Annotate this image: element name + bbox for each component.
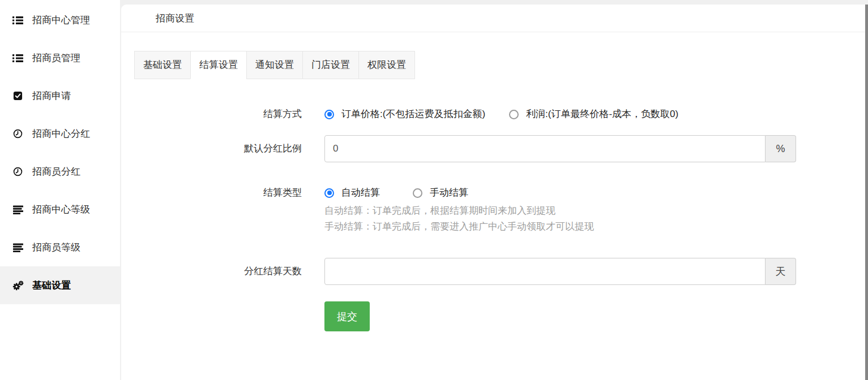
check-square-icon — [12, 91, 24, 101]
sidebar-item-label: 基础设置 — [32, 279, 71, 292]
sidebar-item-basic-settings[interactable]: 基础设置 — [0, 266, 120, 304]
gears-icon — [12, 280, 24, 291]
bars-icon — [12, 205, 24, 214]
radio-option-order-price[interactable]: 订单价格:(不包括运费及抵扣金额) — [324, 106, 485, 122]
manual-settle-help-text: 手动结算：订单完成后，需要进入推广中心手动领取才可以提现 — [324, 219, 865, 235]
page-title: 招商设置 — [156, 13, 194, 24]
sidebar: 招商中心管理 招商员管理 招商申请 招商中心分红 招商员分红 招商中心等级 — [0, 0, 120, 380]
radio-option-auto-settle[interactable]: 自动结算 — [324, 185, 380, 201]
tab-store-settings[interactable]: 门店设置 — [302, 51, 359, 79]
sidebar-item-label: 招商中心管理 — [32, 14, 90, 27]
radio-option-label: 自动结算 — [341, 185, 380, 201]
sidebar-item-label: 招商申请 — [32, 89, 71, 102]
clock-icon — [12, 129, 24, 139]
vertical-scrollbar[interactable] — [865, 5, 868, 380]
bars-icon — [12, 243, 24, 252]
settlement-days-input[interactable] — [324, 258, 766, 285]
sidebar-item-merchant-center-management[interactable]: 招商中心管理 — [0, 1, 120, 39]
default-ratio-label: 默认分红比例 — [121, 141, 302, 157]
sidebar-item-merchant-apply[interactable]: 招商申请 — [0, 77, 120, 115]
settlement-type-label: 结算类型 — [121, 185, 302, 201]
radio-option-manual-settle[interactable]: 手动结算 — [413, 185, 468, 201]
settlement-settings-form: 结算方式 订单价格:(不包括运费及抵扣金额) 利润:(订单最终价格-成本，负数取… — [121, 106, 865, 331]
auto-settle-help-text: 自动结算：订单完成后，根据结算期时间来加入到提现 — [324, 203, 865, 219]
radio-option-label: 订单价格:(不包括运费及抵扣金额) — [341, 106, 485, 122]
radio-option-label: 手动结算 — [430, 185, 468, 201]
settlement-method-label: 结算方式 — [121, 106, 302, 122]
default-ratio-row: 默认分红比例 % — [121, 135, 865, 162]
days-suffix: 天 — [766, 258, 796, 285]
percent-suffix: % — [766, 135, 796, 162]
settings-tabbar: 基础设置 结算设置 通知设置 门店设置 权限设置 — [134, 51, 865, 79]
page-header: 招商设置 — [121, 5, 865, 32]
default-ratio-input[interactable] — [324, 135, 766, 162]
main-panel: 招商设置 基础设置 结算设置 通知设置 门店设置 权限设置 结算方式 订单价格:… — [121, 5, 865, 380]
tab-notify-settings[interactable]: 通知设置 — [246, 51, 303, 79]
sidebar-item-label: 招商中心分红 — [32, 127, 90, 140]
sidebar-item-merchant-center-dividend[interactable]: 招商中心分红 — [0, 115, 120, 153]
radio-selected-icon[interactable] — [324, 188, 334, 198]
radio-option-label: 利润:(订单最终价格-成本，负数取0) — [526, 106, 678, 122]
sidebar-item-merchant-staff-dividend[interactable]: 招商员分红 — [0, 153, 120, 191]
radio-unselected-icon[interactable] — [509, 110, 519, 119]
submit-button[interactable]: 提交 — [324, 301, 370, 331]
sidebar-item-label: 招商员等级 — [32, 241, 80, 254]
sidebar-item-merchant-staff-management[interactable]: 招商员管理 — [0, 39, 120, 77]
settlement-method-row: 结算方式 订单价格:(不包括运费及抵扣金额) 利润:(订单最终价格-成本，负数取… — [121, 106, 865, 122]
radio-option-profit[interactable]: 利润:(订单最终价格-成本，负数取0) — [509, 106, 678, 122]
sidebar-item-label: 招商员分红 — [32, 165, 80, 178]
clock-icon — [12, 167, 24, 176]
list-icon — [12, 54, 24, 63]
radio-selected-icon[interactable] — [324, 110, 334, 119]
settlement-type-row: 结算类型 自动结算 手动结算 自动结算：订单完成后，根据结算期时间来加入到提现 … — [121, 185, 865, 235]
scrollbar-thumb[interactable] — [865, 5, 868, 380]
tab-basic-settings[interactable]: 基础设置 — [134, 51, 191, 79]
sidebar-item-merchant-center-level[interactable]: 招商中心等级 — [0, 191, 120, 228]
sidebar-item-label: 招商员管理 — [32, 51, 80, 64]
settlement-days-label: 分红结算天数 — [121, 264, 302, 279]
submit-row: 提交 — [121, 301, 865, 331]
tab-settlement-settings[interactable]: 结算设置 — [190, 51, 247, 79]
radio-unselected-icon[interactable] — [413, 188, 422, 198]
sidebar-item-label: 招商中心等级 — [32, 203, 90, 216]
tab-permission-settings[interactable]: 权限设置 — [358, 51, 415, 79]
list-icon — [12, 16, 24, 25]
settlement-days-row: 分红结算天数 天 — [121, 258, 865, 285]
sidebar-item-merchant-staff-level[interactable]: 招商员等级 — [0, 228, 120, 266]
